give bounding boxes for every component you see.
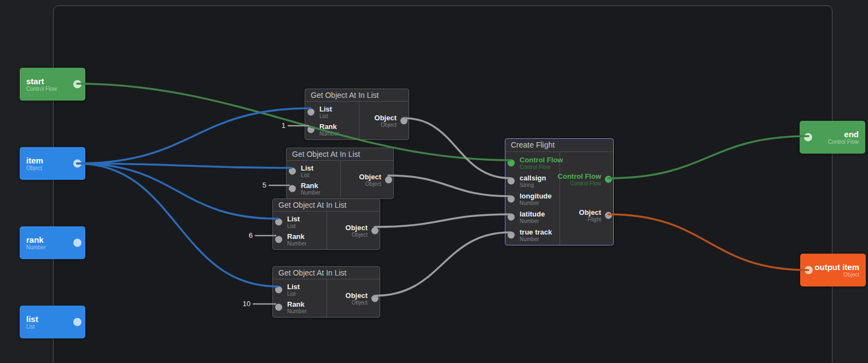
node-subtitle: Control Flow (828, 139, 859, 145)
node-title: rank (26, 235, 46, 244)
input-pin-control-flow[interactable] (508, 159, 515, 166)
input-pin-list[interactable] (289, 168, 296, 175)
pin-type: Number (287, 241, 307, 247)
pin-type: List (301, 172, 313, 178)
pin-type: List (287, 291, 300, 297)
pin-label: true track (520, 228, 552, 236)
pin-type: Number (520, 236, 552, 242)
pin-type: Object (375, 122, 397, 128)
pin-label: List (301, 164, 313, 172)
pin-label: Rank (287, 300, 307, 308)
input-pin-longitude[interactable] (508, 195, 515, 202)
pin-type: Object (346, 300, 368, 306)
pin-label: List (319, 105, 332, 113)
literal-value-rank-1[interactable]: 1 (264, 121, 286, 130)
input-pin-rank[interactable] (307, 126, 314, 133)
group-frame (53, 5, 832, 363)
pin-type: Number (520, 218, 545, 224)
pin-label: List (287, 283, 300, 291)
pin-label: Rank (301, 182, 321, 190)
node-rank[interactable]: rank Number (20, 226, 85, 259)
pin-type: Control Flow (520, 164, 563, 170)
node-subtitle: Number (26, 244, 46, 251)
node-subtitle: List (26, 324, 38, 330)
pin-type: Number (319, 131, 339, 137)
input-pin-latitude[interactable] (508, 213, 515, 220)
node-list[interactable]: list List (20, 306, 85, 338)
node-end[interactable]: end Control Flow (800, 121, 865, 154)
node-subtitle: Object (26, 165, 43, 172)
pin-label: Object (359, 173, 381, 181)
node-output-item[interactable]: output item Object (800, 254, 866, 286)
pin-type: Number (301, 190, 321, 196)
input-port-object[interactable] (805, 266, 813, 274)
node-title: Get Object At In List (273, 199, 380, 212)
input-pin-callsign[interactable] (508, 177, 515, 184)
pin-type: Control Flow (558, 180, 601, 186)
pin-label: Control Flow (520, 156, 563, 164)
output-pin-object[interactable] (371, 295, 378, 302)
node-title: Get Object At In List (273, 267, 380, 279)
input-pin-true-track[interactable] (508, 231, 515, 238)
pin-label: callsign (520, 174, 546, 182)
node-item[interactable]: item Object (20, 147, 85, 180)
input-pin-list[interactable] (275, 286, 282, 294)
output-pin-object[interactable] (400, 117, 407, 124)
node-start[interactable]: start Control Flow (20, 68, 85, 101)
input-pin-list[interactable] (307, 109, 314, 116)
node-title: Get Object At In List (305, 89, 409, 102)
input-pin-rank[interactable] (275, 304, 282, 311)
pin-label: Object (346, 291, 368, 300)
node-title: Create Flight (505, 139, 613, 152)
pin-label: Object (346, 224, 368, 232)
pin-type: Object (346, 232, 368, 238)
pin-type: Flight (579, 216, 601, 223)
output-pin-object[interactable] (371, 227, 378, 234)
input-pin-rank[interactable] (275, 236, 282, 243)
node-title: list (26, 314, 38, 324)
node-get-object-3[interactable]: Get Object At In List List List Rank Num… (272, 198, 380, 250)
pin-label: longitude (520, 192, 552, 200)
node-title: Get Object At In List (287, 148, 393, 161)
literal-value-rank-4[interactable]: 10 (229, 300, 251, 308)
pin-label: Object (375, 114, 397, 122)
node-create-flight[interactable]: Create Flight Control Flow Control Flow … (505, 138, 614, 245)
pin-label: Rank (319, 122, 339, 131)
pin-type: Number (287, 308, 307, 314)
input-pin-rank[interactable] (289, 185, 296, 192)
node-get-object-4[interactable]: Get Object At In List List List Rank Num… (272, 266, 380, 318)
input-pin-list[interactable] (275, 219, 282, 226)
output-pin-object[interactable] (605, 212, 612, 219)
node-subtitle: Object (814, 272, 859, 278)
output-pin-object[interactable] (385, 176, 392, 183)
pin-label: Object (579, 208, 601, 216)
node-get-object-2[interactable]: Get Object At In List List List Rank Num… (286, 148, 394, 199)
output-port-list[interactable] (73, 318, 81, 326)
node-subtitle: Control Flow (26, 86, 57, 92)
pin-label: latitude (520, 210, 545, 218)
pin-type: Number (520, 200, 552, 206)
node-graph-canvas[interactable]: start Control Flow item Object rank Numb… (0, 0, 868, 363)
node-title: end (828, 130, 859, 139)
node-title: output item (814, 262, 859, 272)
output-port-control-flow[interactable] (73, 80, 81, 89)
output-port-number[interactable] (73, 239, 81, 247)
output-pin-control-flow[interactable] (605, 175, 612, 183)
pin-label: List (287, 215, 300, 223)
input-port-control-flow[interactable] (804, 133, 812, 142)
pin-label: Control Flow (558, 172, 601, 180)
pin-label: Rank (287, 232, 307, 241)
pin-type: Object (359, 181, 381, 187)
node-get-object-1[interactable]: Get Object At In List List List Rank Num… (305, 89, 409, 140)
node-title: item (26, 156, 43, 165)
pin-type: List (287, 223, 300, 229)
pin-type: String (520, 182, 546, 188)
output-port-object[interactable] (73, 160, 81, 168)
literal-value-rank-2[interactable]: 5 (244, 181, 266, 190)
literal-value-rank-3[interactable]: 6 (231, 231, 253, 240)
node-title: start (26, 77, 57, 86)
pin-type: List (319, 113, 332, 119)
